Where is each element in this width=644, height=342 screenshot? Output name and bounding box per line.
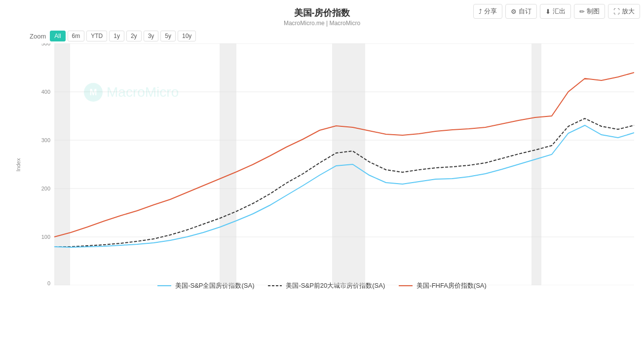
zoom-3y[interactable]: 3y [144, 31, 159, 41]
zoom-label: Zoom [30, 33, 46, 40]
expand-button[interactable]: ⛶ 放大 [608, 4, 640, 19]
watermark-text: MacroMicro [107, 84, 179, 100]
svg-text:300: 300 [41, 137, 50, 143]
zoom-6m[interactable]: 6m [68, 31, 85, 41]
customize-button[interactable]: ⚙ 自订 [505, 4, 537, 19]
svg-text:500: 500 [41, 43, 50, 46]
zoom-1y[interactable]: 1y [109, 31, 124, 41]
export-button[interactable]: ⬇ 汇出 [540, 4, 571, 19]
watermark-logo: M [84, 83, 103, 102]
draw-label: 制图 [587, 7, 600, 16]
svg-text:0: 0 [47, 280, 50, 285]
expand-icon: ⛶ [613, 8, 620, 15]
zoom-5y[interactable]: 5y [160, 31, 176, 41]
share-button[interactable]: ⤴ 分享 [473, 4, 502, 19]
pencil-icon: ✏ [579, 8, 585, 15]
svg-rect-15 [531, 43, 541, 285]
chart-subtitle: MacroMicro.me | MacroMicro [0, 20, 644, 27]
zoom-controls: Zoom All 6m YTD 1y 2y 3y 5y 10y [0, 27, 644, 43]
chart-container: M MacroMicro 500 400 300 200 100 0 [35, 43, 634, 287]
toolbar: ⤴ 分享 ⚙ 自订 ⬇ 汇出 ✏ 制图 ⛶ 放大 [473, 4, 640, 19]
zoom-ytd[interactable]: YTD [86, 31, 107, 41]
expand-label: 放大 [622, 7, 635, 16]
export-label: 汇出 [553, 7, 566, 16]
zoom-all[interactable]: All [50, 31, 65, 41]
customize-label: 自订 [519, 7, 531, 16]
svg-text:100: 100 [41, 234, 50, 240]
zoom-10y[interactable]: 10y [178, 31, 196, 41]
download-icon: ⬇ [545, 8, 551, 15]
svg-rect-13 [220, 43, 236, 285]
gear-icon: ⚙ [511, 8, 517, 15]
watermark: M MacroMicro [84, 83, 179, 102]
chart-svg: 500 400 300 200 100 0 1990 1995 2000 200… [35, 43, 634, 285]
svg-text:200: 200 [41, 186, 50, 191]
y-axis-label: Index [15, 158, 21, 172]
zoom-2y[interactable]: 2y [126, 31, 142, 41]
draw-button[interactable]: ✏ 制图 [574, 4, 605, 19]
svg-text:400: 400 [41, 89, 50, 95]
share-icon: ⤴ [479, 8, 482, 15]
share-label: 分享 [484, 7, 497, 16]
svg-rect-12 [54, 43, 70, 285]
